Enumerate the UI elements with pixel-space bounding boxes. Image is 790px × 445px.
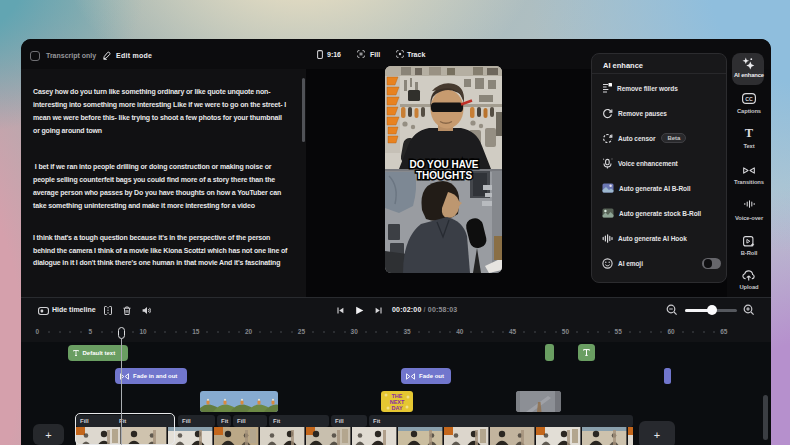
- svg-text:CC: CC: [745, 96, 753, 102]
- svg-text:DO YOU HAVE: DO YOU HAVE: [409, 159, 478, 170]
- svg-text:THOUGHTS: THOUGHTS: [416, 170, 472, 181]
- svg-text:DAY: DAY: [391, 405, 402, 411]
